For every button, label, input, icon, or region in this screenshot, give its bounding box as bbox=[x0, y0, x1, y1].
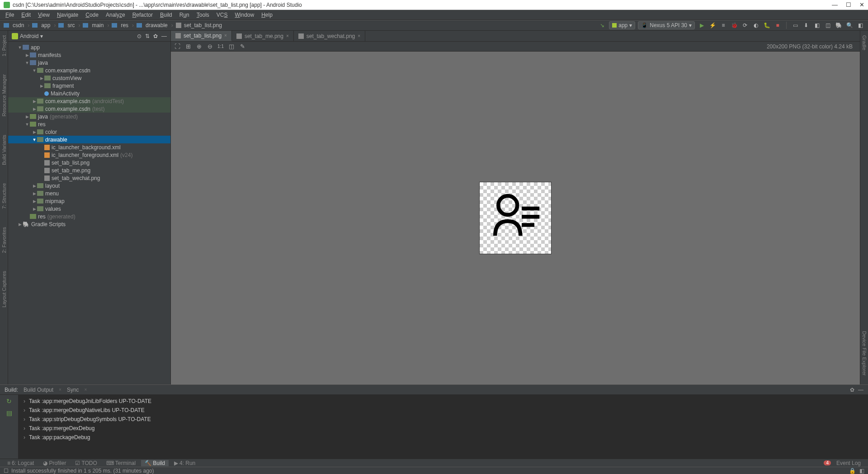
tree-menu[interactable]: ▶menu bbox=[8, 190, 170, 197]
stop-button[interactable]: ■ bbox=[774, 21, 782, 29]
close-icon[interactable]: × bbox=[85, 387, 87, 392]
tree-values[interactable]: ▶values bbox=[8, 205, 170, 213]
tab-set-tab-me[interactable]: set_tab_me.png × bbox=[232, 31, 294, 41]
close-tab-icon[interactable]: × bbox=[224, 33, 227, 38]
coverage-icon[interactable]: ⟳ bbox=[741, 21, 749, 29]
minimize-button[interactable]: — bbox=[832, 1, 838, 8]
grid-icon[interactable]: ⊞ bbox=[184, 43, 192, 50]
menu-file[interactable]: File bbox=[2, 12, 18, 18]
tab-run[interactable]: ▶ 4: Run bbox=[170, 460, 199, 466]
crumb-main[interactable]: main bbox=[91, 22, 104, 28]
build-tab-sync[interactable]: Sync bbox=[67, 387, 79, 393]
tree-app[interactable]: ▼app bbox=[8, 43, 170, 51]
layout-inspector-icon[interactable]: ◫ bbox=[824, 21, 832, 29]
tree-ic-launcher-fg[interactable]: ic_launcher_foreground.xml(v24) bbox=[8, 151, 170, 159]
menu-view[interactable]: View bbox=[34, 12, 53, 18]
sidebar-build-variants[interactable]: Build Variants bbox=[1, 135, 7, 165]
target-icon[interactable]: ⊙ bbox=[137, 33, 142, 39]
image-viewer[interactable] bbox=[171, 52, 860, 384]
menu-window[interactable]: Window bbox=[231, 12, 258, 18]
tree-manifests[interactable]: ▶manifests bbox=[8, 51, 170, 59]
settings-icon[interactable]: ✿ bbox=[850, 387, 854, 393]
tree-pkg-androidtest[interactable]: ▶com.example.csdn(androidTest) bbox=[8, 97, 170, 105]
crumb-file[interactable]: set_tab_list.png bbox=[183, 22, 223, 28]
menu-navigate[interactable]: Navigate bbox=[53, 12, 82, 18]
actual-size-icon[interactable]: 1:1 bbox=[217, 43, 224, 50]
tree-pkg-test[interactable]: ▶com.example.csdn(test) bbox=[8, 105, 170, 113]
tree-ic-launcher-bg[interactable]: ic_launcher_background.xml bbox=[8, 143, 170, 151]
sidebar-structure[interactable]: 7: Structure bbox=[1, 183, 7, 209]
close-tab-icon[interactable]: × bbox=[358, 33, 360, 38]
build-output[interactable]: ›Task :app:mergeDebugJniLibFolders UP-TO… bbox=[18, 395, 868, 459]
tree-set-tab-me[interactable]: set_tab_me.png bbox=[8, 166, 170, 174]
crumb-res[interactable]: res bbox=[120, 22, 129, 28]
hide-icon[interactable]: — bbox=[161, 33, 167, 39]
zoom-out-icon[interactable]: ⊖ bbox=[206, 43, 213, 50]
tree-res-generated[interactable]: res(generated) bbox=[8, 213, 170, 220]
menu-run[interactable]: Run bbox=[176, 12, 193, 18]
tree-mipmap[interactable]: ▶mipmap bbox=[8, 197, 170, 205]
status-lock-icon[interactable]: 🔒 bbox=[849, 468, 856, 474]
menu-help[interactable]: Help bbox=[258, 12, 276, 18]
view-icon[interactable]: ▤ bbox=[6, 409, 12, 417]
sdk-manager-icon[interactable]: ⬇ bbox=[802, 21, 810, 29]
run-config-selector[interactable]: app ▾ bbox=[609, 21, 635, 29]
resource-manager-icon[interactable]: ◧ bbox=[813, 21, 821, 29]
toggle-tool-icon[interactable]: ◧ bbox=[856, 21, 864, 29]
crumb-csdn[interactable]: csdn bbox=[12, 22, 25, 28]
attach-debugger-icon[interactable]: 🐛 bbox=[763, 21, 771, 29]
tree-res[interactable]: ▼res bbox=[8, 120, 170, 128]
profile-icon[interactable]: ◐ bbox=[752, 21, 760, 29]
tree-mainactivity[interactable]: MainActivity bbox=[8, 90, 170, 97]
debug-button[interactable]: 🐞 bbox=[730, 21, 738, 29]
sidebar-project[interactable]: 1: Project bbox=[1, 35, 7, 56]
sidebar-layout-captures[interactable]: Layout Captures bbox=[1, 271, 7, 308]
run-button[interactable]: ▶ bbox=[698, 21, 706, 29]
sidebar-device-explorer[interactable]: Device File Explorer bbox=[862, 331, 867, 375]
crumb-drawable[interactable]: drawable bbox=[145, 22, 169, 28]
rerun-icon[interactable]: ↻ bbox=[6, 398, 12, 405]
tab-todo[interactable]: ☑ TODO bbox=[71, 460, 100, 466]
tab-terminal[interactable]: ⌨ Terminal bbox=[103, 460, 139, 466]
crumb-app[interactable]: app bbox=[40, 22, 51, 28]
tree-drawable[interactable]: ▼drawable bbox=[8, 136, 170, 143]
close-tab-icon[interactable]: × bbox=[286, 33, 289, 38]
close-icon[interactable]: × bbox=[59, 387, 61, 392]
checker-bg-icon[interactable]: ◫ bbox=[228, 43, 235, 50]
fit-zoom-icon[interactable]: ⛶ bbox=[174, 43, 181, 50]
tree-java-generated[interactable]: ▶java(generated) bbox=[8, 113, 170, 120]
menu-edit[interactable]: Edit bbox=[18, 12, 34, 18]
crumb-src[interactable]: src bbox=[66, 22, 75, 28]
project-view-selector[interactable]: Android bbox=[20, 33, 38, 39]
filter-icon[interactable]: ⇅ bbox=[145, 33, 150, 39]
tab-build[interactable]: 🔨 Build bbox=[141, 460, 169, 466]
apply-changes-icon[interactable]: ⚡ bbox=[708, 21, 717, 29]
tab-profiler[interactable]: ◕ Profiler bbox=[39, 460, 70, 466]
tree-color[interactable]: ▶color bbox=[8, 128, 170, 136]
tab-logcat[interactable]: ≡ 6: Logcat bbox=[4, 460, 38, 466]
tree-layout[interactable]: ▶layout bbox=[8, 182, 170, 190]
maximize-button[interactable]: ☐ bbox=[846, 1, 851, 8]
dropdown-icon[interactable]: ▾ bbox=[40, 33, 43, 39]
status-indicator-icon[interactable]: ◧ bbox=[859, 468, 864, 474]
color-picker-icon[interactable]: ✎ bbox=[239, 43, 246, 50]
tab-set-tab-wechat[interactable]: set_tab_wechat.png × bbox=[294, 31, 365, 41]
tree-gradle-scripts[interactable]: ▶🐘Gradle Scripts bbox=[8, 220, 170, 228]
zoom-in-icon[interactable]: ⊕ bbox=[195, 43, 203, 50]
sidebar-gradle[interactable]: Gradle bbox=[862, 35, 867, 50]
menu-analyze[interactable]: Analyze bbox=[102, 12, 129, 18]
sidebar-resource-manager[interactable]: Resource Manager bbox=[1, 74, 7, 117]
tree-customview[interactable]: ▶customView bbox=[8, 74, 170, 82]
tree-set-tab-wechat[interactable]: set_tab_wechat.png bbox=[8, 174, 170, 182]
tab-set-tab-list[interactable]: set_tab_list.png × bbox=[171, 31, 232, 41]
menu-vcs[interactable]: VCS bbox=[213, 12, 231, 18]
menu-code[interactable]: Code bbox=[82, 12, 102, 18]
tree-java[interactable]: ▼java bbox=[8, 59, 170, 66]
menu-tools[interactable]: Tools bbox=[193, 12, 213, 18]
avd-manager-icon[interactable]: ▭ bbox=[791, 21, 799, 29]
tab-event-log[interactable]: Event Log bbox=[833, 460, 864, 466]
sync-gradle-icon[interactable]: 🐘 bbox=[835, 21, 843, 29]
menu-refactor[interactable]: Refactor bbox=[129, 12, 156, 18]
tree-fragment[interactable]: ▶fragment bbox=[8, 82, 170, 90]
hide-icon[interactable]: — bbox=[858, 387, 863, 393]
